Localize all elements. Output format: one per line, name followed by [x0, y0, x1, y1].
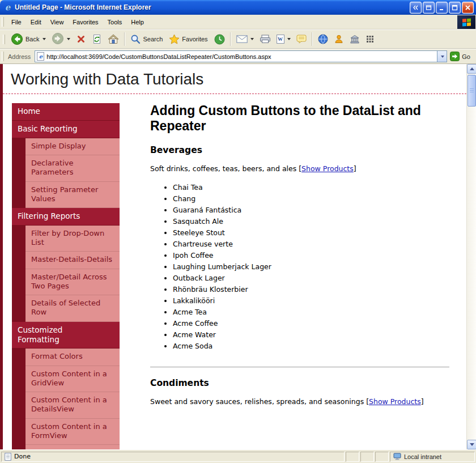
vertical-scrollbar[interactable]: [466, 64, 476, 449]
address-input[interactable]: e: [35, 50, 447, 62]
site-title: Working with Data Tutorials: [11, 70, 203, 88]
toolbar-separator: [124, 32, 125, 46]
section-description: Soft drinks, coffees, teas, beers, and a…: [150, 164, 449, 173]
sidebar-nav-item[interactable]: Master-Details-Details: [26, 252, 120, 269]
menubar-grip[interactable]: [2, 17, 4, 27]
sidebar-nav-item[interactable]: Declarative Parameters: [26, 155, 120, 182]
section-description: Sweet and savory sauces, relishes, sprea…: [150, 397, 449, 406]
mail-dropdown-caret[interactable]: [250, 38, 254, 40]
sidebar-nav-item[interactable]: Custom Content in a GridView: [26, 366, 120, 393]
scroll-up-button[interactable]: [467, 64, 476, 74]
windows-logo: [457, 15, 475, 29]
sidebar-nav-item[interactable]: Format Colors: [26, 349, 120, 366]
sidebar-nav-item[interactable]: Custom Content in a DetailsView: [26, 392, 120, 419]
edit-word-icon: W: [277, 35, 284, 44]
refresh-button[interactable]: [89, 32, 105, 46]
menu-bar: FileEditViewFavoritesToolsHelp: [0, 15, 476, 29]
home-button[interactable]: [105, 32, 122, 46]
maximize-button[interactable]: [449, 2, 461, 14]
sidebar-nav-item[interactable]: Custom Content in a FormView: [26, 419, 120, 445]
titlebar[interactable]: e Untitled Page - Microsoft Internet Exp…: [0, 0, 476, 15]
messenger-button[interactable]: [331, 32, 347, 46]
nav-item-label: Simple Display: [31, 142, 86, 150]
back-button[interactable]: Back: [8, 31, 49, 47]
product-list-item: Rhönbräu Klosterbier: [173, 284, 449, 295]
go-arrow-icon: [450, 52, 460, 61]
back-dropdown-caret[interactable]: [42, 38, 46, 40]
product-list-item: Lakkalikööri: [173, 295, 449, 307]
menu-item[interactable]: Favorites: [68, 16, 103, 28]
msn-button[interactable]: [315, 32, 331, 46]
forward-icon: [52, 32, 64, 46]
status-pane-main: Done: [1, 452, 345, 462]
menu-item[interactable]: Tools: [103, 16, 127, 28]
sidebar-nav-item[interactable]: Setting Parameter Values: [26, 182, 120, 209]
forward-button[interactable]: [49, 31, 73, 48]
sidebar-nav-item[interactable]: Simple Display: [26, 138, 120, 155]
addressbar-grip[interactable]: [2, 52, 4, 61]
sidebar-nav-item[interactable]: Home: [12, 103, 120, 121]
go-button[interactable]: Go: [447, 51, 474, 62]
window-extra-button-2[interactable]: [423, 2, 435, 14]
search-button[interactable]: Search: [128, 32, 166, 46]
sidebar-nav-item[interactable]: Filtering Reports: [12, 208, 120, 226]
zone-label: Local intranet: [404, 453, 441, 460]
sidebar-nav-item[interactable]: [26, 445, 120, 449]
address-dropdown-button[interactable]: [437, 51, 447, 62]
status-pane-small: [375, 452, 389, 462]
window-extra-button-1[interactable]: [410, 2, 422, 14]
sidebar-nav-item[interactable]: Customized Formatting: [12, 322, 120, 349]
search-icon: [130, 34, 141, 44]
toolbar-grip[interactable]: [3, 35, 5, 44]
menu-item[interactable]: View: [46, 16, 69, 28]
sidebar-nav-item[interactable]: Details of Selected Row: [26, 295, 120, 322]
status-text: Done: [14, 453, 31, 460]
close-button[interactable]: [462, 2, 474, 14]
stop-button[interactable]: [73, 32, 89, 46]
nav-item-label: Details of Selected Row: [31, 299, 100, 316]
history-button[interactable]: [211, 32, 228, 46]
sidebar-nav-item[interactable]: Master/Detail Across Two Pages: [26, 269, 120, 296]
back-label: Back: [26, 36, 40, 43]
status-pane-small: [346, 452, 359, 462]
window-title: Untitled Page - Microsoft Internet Explo…: [15, 3, 410, 11]
edit-dropdown-caret[interactable]: [287, 38, 291, 40]
scrollbar-thumb[interactable]: [468, 75, 476, 107]
discuss-button[interactable]: [294, 33, 309, 45]
nav-item-label: Custom Content in a DetailsView: [31, 396, 107, 413]
product-list-item: Acme Water: [173, 329, 449, 341]
double-chevron-icon: [413, 5, 419, 11]
menu-item[interactable]: File: [7, 16, 26, 28]
quick-launch-button[interactable]: [363, 33, 377, 45]
mail-button[interactable]: [233, 33, 257, 45]
address-dropdown-caret: [441, 56, 444, 58]
back-icon: [11, 33, 23, 45]
show-products-link[interactable]: Show Products: [369, 397, 421, 406]
document-icon: [5, 453, 11, 461]
print-button[interactable]: [257, 33, 274, 45]
product-list-item: Outback Lager: [173, 273, 449, 284]
product-list-item: Acme Coffee: [173, 318, 449, 329]
nav-item-label: Basic Reporting: [18, 124, 78, 133]
forward-dropdown-caret[interactable]: [67, 38, 70, 40]
discuss-icon: [296, 35, 307, 44]
nav-item-label: Master/Detail Across Two Pages: [31, 273, 107, 290]
product-list-item: Steeleye Stout: [173, 227, 449, 239]
favorites-button[interactable]: Favorites: [166, 32, 211, 46]
scroll-down-button[interactable]: [467, 440, 476, 449]
minimize-button[interactable]: [436, 2, 448, 14]
stop-icon: [76, 34, 86, 44]
edit-button[interactable]: W: [274, 33, 294, 45]
menu-item[interactable]: Help: [126, 16, 148, 28]
product-list-item: Sasquatch Ale: [173, 216, 449, 227]
address-url-input[interactable]: [46, 53, 437, 60]
scroll-up-arrow-icon: [470, 67, 474, 70]
sidebar-nav-item[interactable]: Basic Reporting: [12, 121, 120, 138]
research-button[interactable]: [347, 33, 363, 45]
menu-item[interactable]: Edit: [26, 16, 46, 28]
product-list-item: Acme Soda: [173, 341, 449, 352]
status-pane-small: [360, 452, 374, 462]
sidebar-nav-item[interactable]: Filter by Drop-Down List: [26, 226, 120, 252]
show-products-link[interactable]: Show Products: [301, 164, 354, 173]
product-list-item: Acme Tea: [173, 307, 449, 318]
